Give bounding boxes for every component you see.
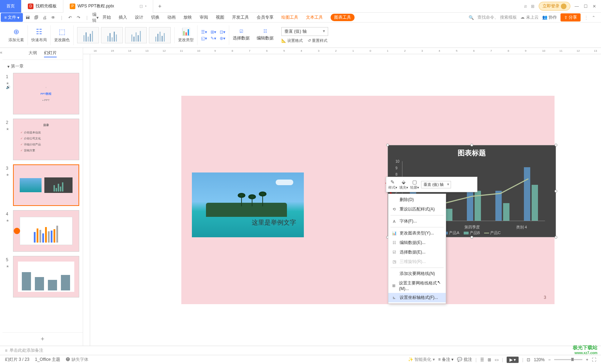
- tab-member[interactable]: 会员专享: [257, 14, 274, 21]
- tab-text-tool[interactable]: 文本工具: [306, 14, 323, 21]
- tab-animation[interactable]: 动画: [167, 14, 176, 21]
- collab-button[interactable]: 👥 协作: [542, 14, 557, 20]
- zoom-label[interactable]: 120%: [534, 357, 545, 362]
- zoom-in-button[interactable]: +: [586, 357, 588, 362]
- maximize-button[interactable]: ☐: [584, 4, 588, 9]
- file-menu[interactable]: ≡ 文件 ▾: [1, 13, 23, 22]
- set-format-button[interactable]: 📐 设置格式: [281, 38, 303, 43]
- ctx-select-data[interactable]: ☑选择数据(E)...: [388, 247, 446, 257]
- ctx-delete[interactable]: 删除(D): [388, 195, 446, 205]
- option-icon-6[interactable]: ⊛▾: [220, 36, 225, 41]
- missing-font-button[interactable]: 🅣 缺失字体: [66, 357, 88, 363]
- ctx-font[interactable]: A字体(F)...: [388, 216, 446, 226]
- window-layout-icon[interactable]: ⎚: [524, 4, 527, 9]
- ctx-reset-style[interactable]: ⟲重设以匹配样式(A): [388, 205, 446, 214]
- change-type-button[interactable]: 📊 更改类型: [175, 25, 198, 45]
- slide-thumb-2[interactable]: 2 ★ 目录 介绍基本信息 介绍公司文化 详细介绍产品 营销方案: [2, 117, 83, 162]
- slide-thumb-1[interactable]: 1 ★🔊 ◦ PPT教程 • PPT: [2, 71, 83, 117]
- tab-home[interactable]: 首页: [0, 0, 21, 13]
- axis-selector-dropdown[interactable]: 垂直 (值) 轴: [281, 27, 328, 36]
- apps-icon[interactable]: ⊞: [531, 4, 534, 9]
- beach-image[interactable]: [192, 172, 304, 237]
- ctx-add-minor-grid[interactable]: 添加次要网格线(N): [388, 269, 446, 278]
- view-normal-icon[interactable]: ☰: [480, 357, 484, 362]
- new-tab-button[interactable]: +: [153, 3, 166, 10]
- slideshow-button[interactable]: ▶ ▾: [507, 357, 519, 363]
- notes-toggle[interactable]: ≡ 备注 ▾: [438, 357, 454, 363]
- add-slide-button[interactable]: +: [2, 332, 83, 346]
- tab-chart-tool[interactable]: 图表工具: [331, 14, 355, 21]
- add-element-button[interactable]: ⊕ 添加元素: [5, 25, 28, 45]
- slide-caption[interactable]: 这里是举例文字: [252, 218, 296, 227]
- cloud-status[interactable]: ☁ 未上云: [520, 14, 538, 20]
- ctx-change-type[interactable]: 📊更改图表类型(Y)...: [388, 228, 446, 238]
- chart-style-1[interactable]: [77, 27, 99, 43]
- outline-tab[interactable]: 大纲: [29, 50, 37, 57]
- option-icon-5[interactable]: ✎▾: [211, 36, 216, 41]
- slide-thumb-5[interactable]: 5 ★: [2, 254, 83, 300]
- section-header[interactable]: ▾ 第一章: [2, 62, 83, 71]
- ai-beautify-button[interactable]: ✨ 智能美化 ▾: [408, 357, 435, 363]
- chart-title[interactable]: 图表标题: [388, 145, 556, 158]
- slide-thumb-4[interactable]: 4 ★: [2, 208, 83, 254]
- tab-design[interactable]: 设计: [135, 14, 143, 21]
- save-icon[interactable]: 🖬: [25, 15, 31, 20]
- slide-canvas[interactable]: 这里是举例文字 图表标题: [181, 96, 555, 304]
- notes-bar[interactable]: ≡ 单击此处添加备注: [0, 346, 601, 355]
- reset-style-button[interactable]: ↺ 重置样式: [308, 38, 327, 43]
- mini-outline-button[interactable]: ▢ 轮廓▾: [410, 179, 419, 190]
- undo-icon[interactable]: ↶: [67, 15, 73, 20]
- chart-style-4[interactable]: [149, 27, 171, 43]
- option-icon-1[interactable]: ☰▾: [201, 30, 207, 34]
- tab-view[interactable]: 视图: [216, 14, 224, 21]
- option-icon-4[interactable]: ◱▾: [201, 36, 207, 41]
- collapse-panel-button[interactable]: «: [0, 48, 2, 346]
- close-button[interactable]: ✕: [593, 4, 596, 9]
- tab-dev[interactable]: 开发工具: [232, 14, 249, 21]
- save-as-icon[interactable]: 🗐: [33, 15, 39, 20]
- chart-style-gallery[interactable]: [74, 27, 175, 43]
- tab-document[interactable]: P WPS PPT教程.pptx ⊡ •: [63, 0, 153, 13]
- tab-slideshow[interactable]: 放映: [183, 14, 192, 21]
- search-hint[interactable]: 查找命令、 搜索模板: [477, 14, 517, 20]
- change-color-button[interactable]: ⬚ 更改颜色: [51, 25, 74, 45]
- tab-start[interactable]: 开始: [102, 14, 111, 21]
- fit-button[interactable]: ⊡: [527, 357, 530, 362]
- mini-axis-dropdown[interactable]: 垂直 (值) 轴: [421, 181, 451, 188]
- ctx-set-axis-format[interactable]: ⊾设置坐标轴格式(F)...: [388, 293, 446, 302]
- tab-transition[interactable]: 切换: [151, 14, 159, 21]
- zoom-slider[interactable]: [554, 359, 582, 360]
- thumbnail-list[interactable]: ▾ 第一章 1 ★🔊 ◦ PPT教程 • PPT 2: [2, 60, 83, 332]
- fullscreen-button[interactable]: ⛶: [592, 357, 596, 362]
- chart-style-3[interactable]: [125, 27, 147, 43]
- slides-tab[interactable]: 幻灯片: [44, 50, 57, 57]
- edit-dropdown[interactable]: 编辑 ▾: [93, 15, 98, 20]
- view-reading-icon[interactable]: ▭: [495, 357, 499, 362]
- mini-style-button[interactable]: ✎ 样式▾: [388, 179, 397, 190]
- select-data-button[interactable]: ☑ 选择数据: [229, 25, 253, 45]
- share-button[interactable]: ⇪ 分享: [561, 13, 581, 21]
- expand-button[interactable]: ⌃: [592, 15, 595, 20]
- option-icon-2[interactable]: ⊞▾: [211, 30, 216, 34]
- comments-toggle[interactable]: 💬 批注: [457, 357, 472, 363]
- tab-template[interactable]: D 找稻壳模板: [21, 0, 63, 13]
- tab-modified-icon: ⊡: [139, 4, 143, 9]
- option-icon-3[interactable]: ⊡▾: [220, 30, 225, 34]
- slide-thumb-3[interactable]: 3 ★: [2, 162, 83, 208]
- print-preview-icon[interactable]: 👁: [50, 15, 56, 20]
- redo-icon[interactable]: ↷: [76, 15, 81, 20]
- chart-style-2[interactable]: [101, 27, 123, 43]
- slide-viewport[interactable]: 这里是举例文字 图表标题: [90, 54, 601, 346]
- tab-insert[interactable]: 插入: [119, 14, 127, 21]
- zoom-out-button[interactable]: −: [548, 357, 551, 362]
- edit-data-button[interactable]: ☷ 编辑数据: [253, 25, 277, 45]
- print-icon[interactable]: 🖨: [42, 15, 48, 20]
- mini-fill-button[interactable]: ⬙ 填充▾: [399, 179, 408, 190]
- login-button[interactable]: 立即登录: [539, 2, 570, 11]
- minimize-button[interactable]: —: [575, 4, 579, 9]
- tab-draw-tool[interactable]: 绘图工具: [281, 14, 298, 21]
- view-sorter-icon[interactable]: ⊞: [488, 357, 491, 362]
- tab-review[interactable]: 审阅: [200, 14, 208, 21]
- quick-layout-button[interactable]: ☷ 快速布局: [28, 25, 51, 45]
- ctx-edit-data[interactable]: ☷编辑数据(E)...: [388, 238, 446, 247]
